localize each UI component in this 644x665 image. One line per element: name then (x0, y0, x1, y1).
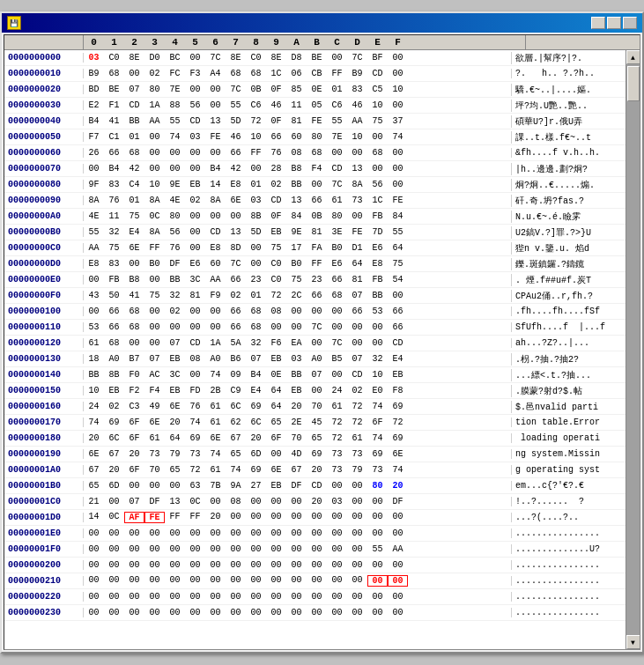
hex-cell[interactable]: 68 (226, 69, 246, 78)
hex-cell[interactable]: 67 (104, 449, 124, 459)
hex-cell[interactable]: CD (367, 69, 388, 78)
hex-cell[interactable]: 00 (367, 322, 388, 332)
hex-cell[interactable]: 76 (165, 243, 185, 253)
hex-cell[interactable]: 70 (307, 402, 327, 411)
hex-cell[interactable]: 74 (388, 132, 408, 142)
hex-cell[interactable]: B0 (286, 259, 307, 269)
hex-cell[interactable]: 00 (286, 575, 307, 587)
hex-cell[interactable]: 65 (266, 417, 286, 427)
hex-cell[interactable]: 00 (226, 544, 246, 554)
hex-cell[interactable]: FE (205, 132, 226, 142)
hex-cell[interactable]: 00 (367, 497, 388, 506)
hex-cell[interactable]: 46 (347, 100, 367, 110)
hex-cell[interactable]: 08 (286, 148, 307, 158)
hex-cell[interactable]: 00 (165, 481, 185, 491)
hex-cell[interactable]: 68 (246, 69, 266, 78)
hex-cell[interactable]: 00 (104, 575, 124, 587)
hex-cell[interactable]: 8A (84, 196, 104, 205)
hex-cell[interactable]: 6E (165, 402, 185, 411)
hex-cell[interactable]: 4E (84, 211, 104, 221)
hex-cell[interactable]: CD (388, 338, 408, 348)
hex-cell[interactable]: 81 (347, 275, 367, 284)
hex-cell[interactable]: 66 (327, 275, 347, 284)
hex-cell[interactable]: 28 (266, 164, 286, 174)
hex-cell[interactable]: 68 (246, 322, 266, 332)
hex-cell[interactable]: 4E (165, 196, 185, 205)
hex-cell[interactable]: 00 (347, 512, 367, 523)
hex-cell[interactable]: 00 (388, 100, 408, 110)
hex-cell[interactable]: B9 (347, 69, 367, 78)
hex-cell[interactable]: 00 (124, 575, 144, 587)
hex-cell[interactable]: 00 (266, 449, 286, 459)
hex-cell[interactable]: 00 (327, 608, 347, 617)
hex-cell[interactable]: 03 (327, 497, 347, 506)
hex-cell[interactable]: BB (84, 370, 104, 380)
hex-cell[interactable]: 1C (367, 196, 388, 205)
hex-cell[interactable]: 8A (347, 180, 367, 189)
hex-cell[interactable]: 14 (84, 512, 104, 523)
hex-cell[interactable]: 00 (124, 528, 144, 538)
hex-cell[interactable]: 00 (266, 592, 286, 602)
hex-cell[interactable]: 00 (84, 608, 104, 617)
hex-cell[interactable]: 60 (286, 132, 307, 142)
hex-cell[interactable]: 00 (124, 338, 144, 348)
hex-cell[interactable]: 00 (327, 560, 347, 570)
hex-cell[interactable]: F2 (124, 386, 144, 395)
hex-cell[interactable]: FD (185, 386, 205, 395)
hex-cell[interactable]: 00 (327, 370, 347, 380)
hex-cell[interactable]: E0 (367, 386, 388, 395)
hex-cell[interactable]: 02 (266, 180, 286, 189)
hex-cell[interactable]: 74 (205, 449, 226, 459)
hex-cell[interactable]: 00 (286, 528, 307, 538)
hex-cell[interactable]: C0 (104, 53, 124, 63)
hex-cell[interactable]: 00 (165, 322, 185, 332)
hex-cell[interactable]: 9E (165, 180, 185, 189)
hex-cell[interactable]: 00 (266, 528, 286, 538)
hex-cell[interactable]: E2 (84, 100, 104, 110)
hex-cell[interactable]: 61 (347, 433, 367, 443)
hex-cell[interactable]: 00 (226, 592, 246, 602)
hex-cell[interactable]: 00 (307, 575, 327, 587)
hex-cell[interactable]: 00 (307, 592, 327, 602)
hex-cell[interactable]: 10 (246, 132, 266, 142)
hex-cell[interactable]: 2C (286, 291, 307, 300)
hex-cell[interactable]: 00 (84, 592, 104, 602)
hex-cell[interactable]: 00 (185, 560, 205, 570)
hex-cell[interactable]: 5D (246, 227, 266, 237)
table-row[interactable]: 00000000809F83C4109EEB14E80102BB007C8A56… (4, 177, 625, 193)
hex-cell[interactable]: B4 (246, 370, 266, 380)
hex-cell[interactable]: 05 (307, 100, 327, 110)
hex-cell[interactable]: 8A (144, 196, 165, 205)
hex-cell[interactable]: 76 (104, 196, 124, 205)
hex-cell[interactable]: 7E (327, 132, 347, 142)
hex-cell[interactable]: 00 (104, 544, 124, 554)
hex-cell[interactable]: C0 (266, 259, 286, 269)
hex-cell[interactable]: 00 (205, 592, 226, 602)
hex-cell[interactable]: 00 (205, 85, 226, 94)
hex-cell[interactable]: 00 (104, 608, 124, 617)
hex-cell[interactable]: 00 (367, 338, 388, 348)
hex-cell[interactable]: 00 (185, 227, 205, 237)
hex-cell[interactable]: 42 (226, 164, 246, 174)
hex-cell[interactable]: CD (124, 100, 144, 110)
hex-cell[interactable]: 72 (327, 433, 347, 443)
hex-cell[interactable]: 08 (226, 497, 246, 506)
hex-cell[interactable]: 20 (84, 433, 104, 443)
hex-cell[interactable]: E8 (205, 243, 226, 253)
hex-cell[interactable]: 00 (144, 528, 165, 538)
hex-cell[interactable]: 6F (124, 417, 144, 427)
hex-cell[interactable]: 10 (388, 85, 408, 94)
hex-cell[interactable]: 00 (84, 528, 104, 538)
hex-cell[interactable]: 69 (388, 402, 408, 411)
hex-cell[interactable]: 00 (165, 560, 185, 570)
hex-cell[interactable]: 61 (205, 402, 226, 411)
hex-cell[interactable]: 00 (246, 243, 266, 253)
hex-cell[interactable]: 0B (307, 211, 327, 221)
hex-cell[interactable]: EB (388, 370, 408, 380)
hex-cell[interactable]: 11 (104, 211, 124, 221)
table-row[interactable]: 0000000180206C6F6164696E67206F7065726174… (4, 431, 625, 447)
hex-cell[interactable]: 13 (347, 164, 367, 174)
hex-cell[interactable]: 00 (165, 164, 185, 174)
hex-cell[interactable]: DF (165, 259, 185, 269)
hex-cell[interactable]: CD (205, 227, 226, 237)
